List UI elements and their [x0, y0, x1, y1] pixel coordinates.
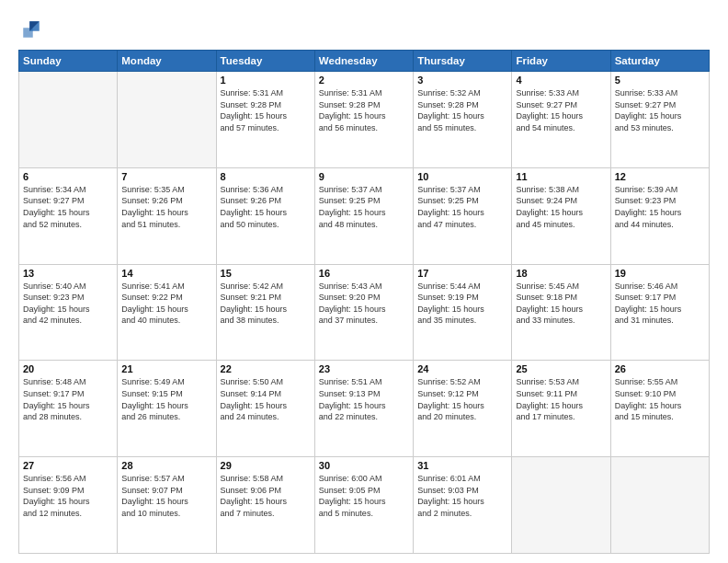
- calendar-cell: 26Sunrise: 5:55 AM Sunset: 9:10 PM Dayli…: [610, 361, 709, 457]
- day-number: 24: [417, 363, 507, 374]
- logo-icon: [18, 17, 44, 42]
- day-info: Sunrise: 5:40 AM Sunset: 9:23 PM Dayligh…: [23, 281, 113, 327]
- page: SundayMondayTuesdayWednesdayThursdayFrid…: [0, 0, 728, 563]
- calendar-cell: 24Sunrise: 5:52 AM Sunset: 9:12 PM Dayli…: [414, 361, 512, 457]
- day-info: Sunrise: 5:51 AM Sunset: 9:13 PM Dayligh…: [319, 376, 409, 422]
- calendar-cell: 6Sunrise: 5:34 AM Sunset: 9:27 PM Daylig…: [19, 167, 118, 264]
- calendar-table: SundayMondayTuesdayWednesdayThursdayFrid…: [18, 50, 710, 554]
- calendar-cell: 11Sunrise: 5:38 AM Sunset: 9:24 PM Dayli…: [512, 167, 610, 264]
- calendar-cell: 18Sunrise: 5:45 AM Sunset: 9:18 PM Dayli…: [512, 264, 610, 361]
- day-info: Sunrise: 5:41 AM Sunset: 9:22 PM Dayligh…: [121, 281, 211, 327]
- day-number: 11: [516, 171, 606, 182]
- day-info: Sunrise: 6:00 AM Sunset: 9:05 PM Dayligh…: [319, 473, 409, 519]
- day-info: Sunrise: 5:37 AM Sunset: 9:25 PM Dayligh…: [417, 184, 507, 230]
- week-row-1: 1Sunrise: 5:31 AM Sunset: 9:28 PM Daylig…: [19, 72, 710, 168]
- day-info: Sunrise: 5:33 AM Sunset: 9:27 PM Dayligh…: [615, 87, 705, 133]
- day-number: 31: [417, 460, 507, 471]
- calendar-cell: 22Sunrise: 5:50 AM Sunset: 9:14 PM Dayli…: [216, 361, 314, 457]
- calendar-cell: [512, 457, 610, 554]
- day-info: Sunrise: 5:37 AM Sunset: 9:25 PM Dayligh…: [319, 184, 409, 230]
- day-number: 19: [615, 268, 705, 279]
- calendar-cell: [610, 457, 709, 554]
- calendar-cell: 9Sunrise: 5:37 AM Sunset: 9:25 PM Daylig…: [314, 167, 413, 264]
- calendar-cell: 1Sunrise: 5:31 AM Sunset: 9:28 PM Daylig…: [216, 72, 314, 168]
- day-number: 6: [23, 171, 113, 182]
- week-row-4: 20Sunrise: 5:48 AM Sunset: 9:17 PM Dayli…: [19, 361, 710, 457]
- calendar-cell: [19, 72, 118, 168]
- day-number: 15: [221, 268, 311, 279]
- day-info: Sunrise: 5:35 AM Sunset: 9:26 PM Dayligh…: [121, 184, 211, 230]
- weekday-header-tuesday: Tuesday: [216, 51, 314, 72]
- calendar-cell: 20Sunrise: 5:48 AM Sunset: 9:17 PM Dayli…: [19, 361, 118, 457]
- day-number: 18: [516, 268, 606, 279]
- day-info: Sunrise: 5:53 AM Sunset: 9:11 PM Dayligh…: [516, 376, 606, 422]
- weekday-header-wednesday: Wednesday: [314, 51, 413, 72]
- calendar-cell: 28Sunrise: 5:57 AM Sunset: 9:07 PM Dayli…: [118, 457, 216, 554]
- day-number: 4: [516, 75, 606, 86]
- day-info: Sunrise: 5:49 AM Sunset: 9:15 PM Dayligh…: [121, 376, 211, 422]
- calendar-cell: 19Sunrise: 5:46 AM Sunset: 9:17 PM Dayli…: [610, 264, 709, 361]
- day-info: Sunrise: 5:39 AM Sunset: 9:23 PM Dayligh…: [615, 184, 705, 230]
- day-info: Sunrise: 5:36 AM Sunset: 9:26 PM Dayligh…: [221, 184, 311, 230]
- calendar-cell: 3Sunrise: 5:32 AM Sunset: 9:28 PM Daylig…: [414, 72, 512, 168]
- calendar-cell: 7Sunrise: 5:35 AM Sunset: 9:26 PM Daylig…: [118, 167, 216, 264]
- day-info: Sunrise: 5:48 AM Sunset: 9:17 PM Dayligh…: [23, 376, 113, 422]
- calendar-cell: 31Sunrise: 6:01 AM Sunset: 9:03 PM Dayli…: [414, 457, 512, 554]
- day-info: Sunrise: 5:45 AM Sunset: 9:18 PM Dayligh…: [516, 281, 606, 327]
- calendar-cell: 13Sunrise: 5:40 AM Sunset: 9:23 PM Dayli…: [19, 264, 118, 361]
- day-info: Sunrise: 5:33 AM Sunset: 9:27 PM Dayligh…: [516, 87, 606, 133]
- day-info: Sunrise: 5:56 AM Sunset: 9:09 PM Dayligh…: [23, 473, 113, 519]
- day-number: 7: [121, 171, 211, 182]
- calendar-cell: 23Sunrise: 5:51 AM Sunset: 9:13 PM Dayli…: [314, 361, 413, 457]
- calendar-cell: 27Sunrise: 5:56 AM Sunset: 9:09 PM Dayli…: [19, 457, 118, 554]
- day-number: 2: [319, 75, 409, 86]
- weekday-header-saturday: Saturday: [610, 51, 709, 72]
- day-info: Sunrise: 5:34 AM Sunset: 9:27 PM Dayligh…: [23, 184, 113, 230]
- weekday-header-row: SundayMondayTuesdayWednesdayThursdayFrid…: [19, 51, 710, 72]
- day-info: Sunrise: 5:58 AM Sunset: 9:06 PM Dayligh…: [221, 473, 311, 519]
- header: [18, 17, 710, 42]
- day-number: 20: [23, 363, 113, 374]
- day-info: Sunrise: 5:50 AM Sunset: 9:14 PM Dayligh…: [221, 376, 311, 422]
- weekday-header-friday: Friday: [512, 51, 610, 72]
- calendar-cell: 25Sunrise: 5:53 AM Sunset: 9:11 PM Dayli…: [512, 361, 610, 457]
- day-number: 25: [516, 363, 606, 374]
- day-number: 3: [417, 75, 507, 86]
- day-number: 16: [319, 268, 409, 279]
- day-info: Sunrise: 5:57 AM Sunset: 9:07 PM Dayligh…: [121, 473, 211, 519]
- day-info: Sunrise: 6:01 AM Sunset: 9:03 PM Dayligh…: [417, 473, 507, 519]
- day-number: 12: [615, 171, 705, 182]
- weekday-header-monday: Monday: [118, 51, 216, 72]
- day-number: 22: [221, 363, 311, 374]
- calendar-cell: 12Sunrise: 5:39 AM Sunset: 9:23 PM Dayli…: [610, 167, 709, 264]
- weekday-header-sunday: Sunday: [19, 51, 118, 72]
- calendar-cell: 2Sunrise: 5:31 AM Sunset: 9:28 PM Daylig…: [314, 72, 413, 168]
- day-number: 17: [417, 268, 507, 279]
- calendar-cell: 21Sunrise: 5:49 AM Sunset: 9:15 PM Dayli…: [118, 361, 216, 457]
- day-number: 8: [221, 171, 311, 182]
- calendar-cell: 16Sunrise: 5:43 AM Sunset: 9:20 PM Dayli…: [314, 264, 413, 361]
- calendar-cell: 14Sunrise: 5:41 AM Sunset: 9:22 PM Dayli…: [118, 264, 216, 361]
- day-info: Sunrise: 5:31 AM Sunset: 9:28 PM Dayligh…: [221, 87, 311, 133]
- calendar-cell: [118, 72, 216, 168]
- day-number: 29: [221, 460, 311, 471]
- day-info: Sunrise: 5:31 AM Sunset: 9:28 PM Dayligh…: [319, 87, 409, 133]
- week-row-3: 13Sunrise: 5:40 AM Sunset: 9:23 PM Dayli…: [19, 264, 710, 361]
- day-info: Sunrise: 5:32 AM Sunset: 9:28 PM Dayligh…: [417, 87, 507, 133]
- day-number: 10: [417, 171, 507, 182]
- weekday-header-thursday: Thursday: [414, 51, 512, 72]
- logo: [18, 17, 48, 42]
- day-number: 5: [615, 75, 705, 86]
- calendar-cell: 29Sunrise: 5:58 AM Sunset: 9:06 PM Dayli…: [216, 457, 314, 554]
- calendar-cell: 4Sunrise: 5:33 AM Sunset: 9:27 PM Daylig…: [512, 72, 610, 168]
- day-info: Sunrise: 5:46 AM Sunset: 9:17 PM Dayligh…: [615, 281, 705, 327]
- day-number: 13: [23, 268, 113, 279]
- day-number: 21: [121, 363, 211, 374]
- day-info: Sunrise: 5:55 AM Sunset: 9:10 PM Dayligh…: [615, 376, 705, 422]
- day-info: Sunrise: 5:43 AM Sunset: 9:20 PM Dayligh…: [319, 281, 409, 327]
- day-number: 28: [121, 460, 211, 471]
- day-info: Sunrise: 5:42 AM Sunset: 9:21 PM Dayligh…: [221, 281, 311, 327]
- week-row-2: 6Sunrise: 5:34 AM Sunset: 9:27 PM Daylig…: [19, 167, 710, 264]
- calendar-cell: 15Sunrise: 5:42 AM Sunset: 9:21 PM Dayli…: [216, 264, 314, 361]
- day-info: Sunrise: 5:52 AM Sunset: 9:12 PM Dayligh…: [417, 376, 507, 422]
